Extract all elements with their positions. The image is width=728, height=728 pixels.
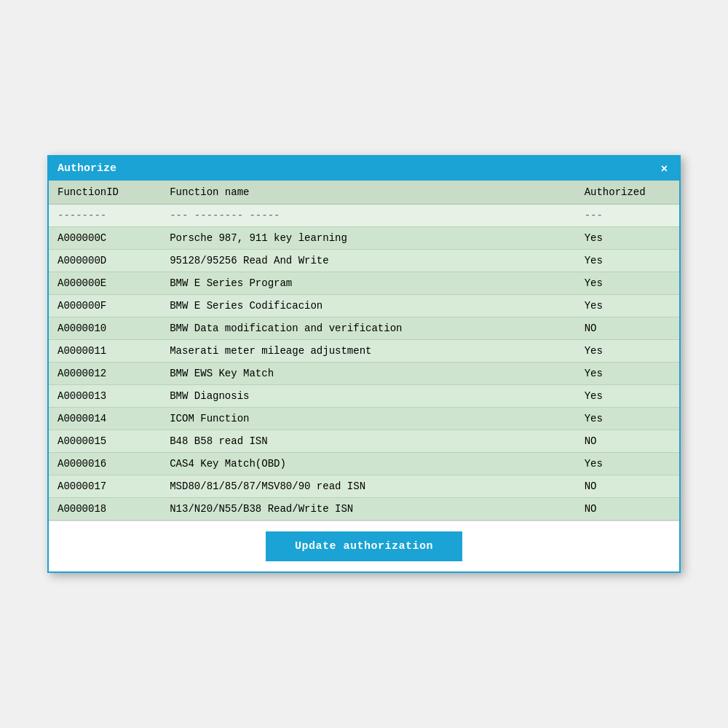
cell-authorized: NO <box>576 430 679 453</box>
cell-functionid: A0000013 <box>49 385 161 408</box>
cell-authorized: Yes <box>576 227 679 250</box>
authorize-dialog: Authorize × FunctionID Function name Aut… <box>47 155 681 573</box>
table-row: A0000014ICOM FunctionYes <box>49 408 679 430</box>
update-authorization-button[interactable]: Update authorization <box>266 531 462 561</box>
cell-functionid: A0000012 <box>49 363 161 385</box>
cell-funcname: B48 B58 read ISN <box>161 430 575 453</box>
dialog-titlebar: Authorize × <box>49 157 679 181</box>
cell-funcname: BMW E Series Codificacion <box>161 295 575 317</box>
cell-funcname: CAS4 Key Match(OBD) <box>161 453 575 475</box>
cell-functionid: A000000E <box>49 272 161 295</box>
table-row: A0000016CAS4 Key Match(OBD)Yes <box>49 453 679 475</box>
cell-functionid: A0000010 <box>49 317 161 340</box>
cell-funcname: BMW Data modification and verification <box>161 317 575 340</box>
cell-functionid: A000000D <box>49 250 161 272</box>
col-header-functionid: FunctionID <box>49 181 161 205</box>
cell-funcname: BMW E Series Program <box>161 272 575 295</box>
cell-funcname: MSD80/81/85/87/MSV80/90 read ISN <box>161 475 575 498</box>
cell-authorized: Yes <box>576 363 679 385</box>
table-header-row: FunctionID Function name Authorized <box>49 181 679 205</box>
cell-funcname: 95128/95256 Read And Write <box>161 250 575 272</box>
cell-funcname: Porsche 987, 911 key learning <box>161 227 575 250</box>
cell-functionid: A0000011 <box>49 340 161 363</box>
cell-functionid: A000000C <box>49 227 161 250</box>
close-button[interactable]: × <box>658 163 670 175</box>
table-row: A000000FBMW E Series CodificacionYes <box>49 295 679 317</box>
cell-funcname: BMW Diagnosis <box>161 385 575 408</box>
authorization-table: FunctionID Function name Authorized ----… <box>49 181 679 521</box>
cell-funcname: N13/N20/N55/B38 Read/Write ISN <box>161 498 575 521</box>
cell-funcname: --- -------- ----- <box>161 205 575 227</box>
cell-authorized: Yes <box>576 250 679 272</box>
table-row: A0000010BMW Data modification and verifi… <box>49 317 679 340</box>
cell-authorized: Yes <box>576 295 679 317</box>
table-row: A000000D95128/95256 Read And WriteYes <box>49 250 679 272</box>
dialog-title: Authorize <box>58 162 116 175</box>
cell-functionid: A0000014 <box>49 408 161 430</box>
cell-functionid: A0000015 <box>49 430 161 453</box>
col-header-authorized: Authorized <box>576 181 679 205</box>
col-header-funcname: Function name <box>161 181 575 205</box>
cell-authorized: NO <box>576 475 679 498</box>
cell-functionid: A0000018 <box>49 498 161 521</box>
table-row: A0000018N13/N20/N55/B38 Read/Write ISNNO <box>49 498 679 521</box>
cell-authorized: Yes <box>576 272 679 295</box>
cell-funcname: BMW EWS Key Match <box>161 363 575 385</box>
dialog-body: FunctionID Function name Authorized ----… <box>49 181 679 521</box>
table-row: A000000EBMW E Series ProgramYes <box>49 272 679 295</box>
table-row: A0000015B48 B58 read ISNNO <box>49 430 679 453</box>
cell-functionid: -------- <box>49 205 161 227</box>
cell-funcname: Maserati meter mileage adjustment <box>161 340 575 363</box>
cell-authorized: Yes <box>576 408 679 430</box>
dialog-footer: Update authorization <box>49 521 679 571</box>
table-row: A0000017MSD80/81/85/87/MSV80/90 read ISN… <box>49 475 679 498</box>
table-row: A0000013BMW DiagnosisYes <box>49 385 679 408</box>
table-wrapper: FunctionID Function name Authorized ----… <box>49 181 679 521</box>
cell-funcname: ICOM Function <box>161 408 575 430</box>
cell-authorized: NO <box>576 317 679 340</box>
cell-authorized: NO <box>576 498 679 521</box>
cell-authorized: Yes <box>576 453 679 475</box>
cell-functionid: A0000016 <box>49 453 161 475</box>
table-row: A000000CPorsche 987, 911 key learningYes <box>49 227 679 250</box>
cell-authorized: Yes <box>576 340 679 363</box>
cell-functionid: A0000017 <box>49 475 161 498</box>
cell-authorized: Yes <box>576 385 679 408</box>
backdrop: Authorize × FunctionID Function name Aut… <box>0 0 728 728</box>
cell-functionid: A000000F <box>49 295 161 317</box>
cell-authorized: --- <box>576 205 679 227</box>
table-row: A0000011Maserati meter mileage adjustmen… <box>49 340 679 363</box>
table-row: A0000012BMW EWS Key MatchYes <box>49 363 679 385</box>
table-row: ----------- -------- -------- <box>49 205 679 227</box>
